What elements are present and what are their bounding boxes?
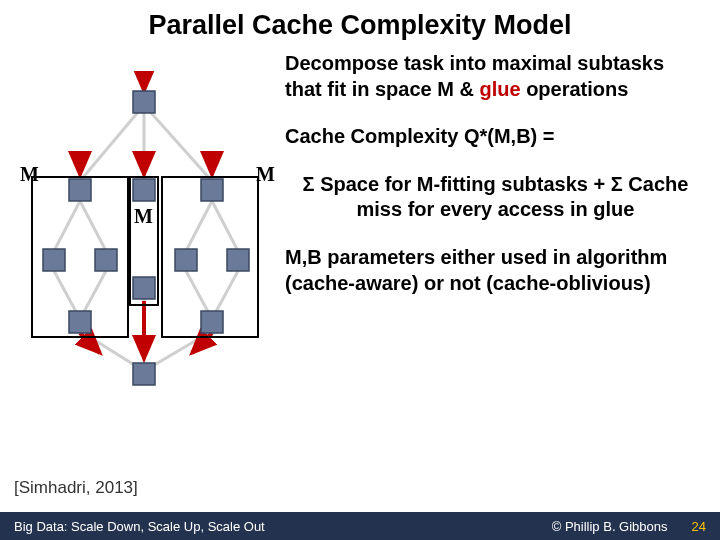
svg-line-3 <box>54 201 80 251</box>
citation: [Simhadri, 2013] <box>14 478 138 498</box>
m-label-1: M <box>20 163 39 186</box>
decompose-text: Decompose task into maximal subtasks tha… <box>285 51 706 102</box>
footer-copyright: © Phillip B. Gibbons <box>552 519 668 534</box>
svg-rect-34 <box>201 311 223 333</box>
diagram-panel: M M M <box>14 51 279 391</box>
m-label-2: M <box>134 205 153 228</box>
page-number: 24 <box>692 519 706 534</box>
svg-line-6 <box>212 201 238 251</box>
svg-rect-26 <box>133 179 155 201</box>
svg-rect-29 <box>95 249 117 271</box>
svg-rect-32 <box>133 277 155 299</box>
params-text: M,B parameters either used in algorithm … <box>285 245 706 296</box>
content-row: M M M Decompose task into maximal subtas… <box>0 47 720 391</box>
m-label-3: M <box>256 163 275 186</box>
svg-rect-33 <box>69 311 91 333</box>
svg-rect-30 <box>175 249 197 271</box>
footer-left: Big Data: Scale Down, Scale Up, Scale Ou… <box>14 519 552 534</box>
svg-line-2 <box>144 105 212 181</box>
svg-rect-28 <box>43 249 65 271</box>
glue-word: glue <box>479 78 520 100</box>
dag-diagram <box>14 71 274 391</box>
sigma-text: Σ Space for M-fitting subtasks + Σ Cache… <box>285 172 706 223</box>
svg-line-4 <box>80 201 106 251</box>
svg-rect-27 <box>201 179 223 201</box>
svg-rect-35 <box>133 363 155 385</box>
svg-rect-24 <box>133 91 155 113</box>
footer-bar: Big Data: Scale Down, Scale Up, Scale Ou… <box>0 512 720 540</box>
svg-line-5 <box>186 201 212 251</box>
cache-complexity-line: Cache Complexity Q*(M,B) = <box>285 124 706 150</box>
svg-rect-25 <box>69 179 91 201</box>
text-panel: Decompose task into maximal subtasks tha… <box>279 51 706 391</box>
svg-rect-31 <box>227 249 249 271</box>
slide-title: Parallel Cache Complexity Model <box>0 0 720 47</box>
decompose-post: operations <box>521 78 629 100</box>
svg-line-0 <box>80 105 144 181</box>
